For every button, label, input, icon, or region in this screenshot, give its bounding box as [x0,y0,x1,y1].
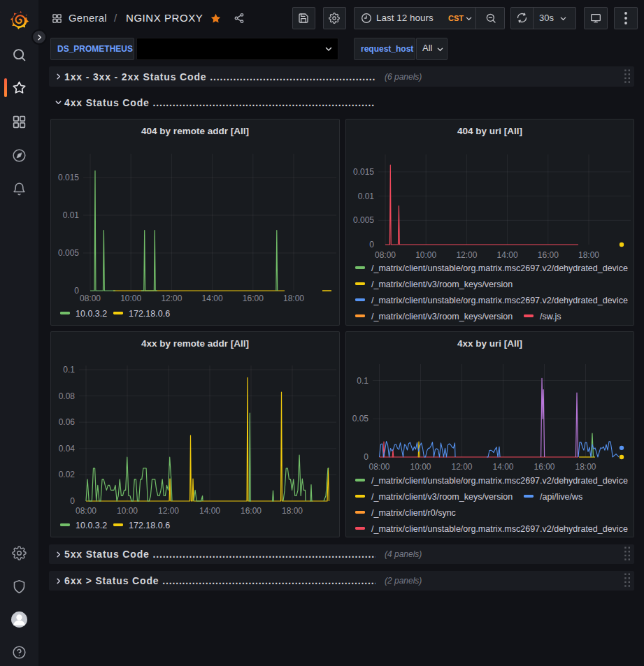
svg-text:10:00: 10:00 [117,506,138,516]
svg-text:16:00: 16:00 [534,462,554,472]
svg-text:/_matrix/client/v3/room_keys/v: /_matrix/client/v3/room_keys/version [371,280,513,289]
svg-text:10:00: 10:00 [415,250,436,260]
svg-text:/_matrix/client/unstable/org.m: /_matrix/client/unstable/org.matrix.msc2… [371,476,628,486]
svg-text:172.18.0.6: 172.18.0.6 [129,309,170,319]
svg-text:0.005: 0.005 [353,215,374,225]
svg-text:/_matrix/client/v3/room_keys/v: /_matrix/client/v3/room_keys/version [371,492,513,502]
svg-text:14:00: 14:00 [202,294,223,303]
svg-text:0.02: 0.02 [59,470,76,479]
svg-text:0.01: 0.01 [358,191,375,201]
svg-text:0.015: 0.015 [353,167,374,177]
svg-text:18:00: 18:00 [578,250,599,260]
svg-text:14:00: 14:00 [199,506,220,516]
svg-text:12:00: 12:00 [158,506,179,516]
svg-text:08:00: 08:00 [80,294,101,303]
svg-text:10:00: 10:00 [410,462,431,472]
svg-text:0.08: 0.08 [59,391,76,401]
svg-text:18:00: 18:00 [283,294,304,303]
svg-text:/_matrix/client/unstable/org.m: /_matrix/client/unstable/org.matrix.msc2… [371,296,628,305]
svg-text:0: 0 [369,240,374,249]
svg-text:/_matrix/client/v3/room_keys/v: /_matrix/client/v3/room_keys/version [371,312,513,321]
svg-text:0: 0 [74,286,79,296]
svg-text:/_matrix/client/unstable/org.m: /_matrix/client/unstable/org.matrix.msc2… [371,263,628,273]
svg-text:0.06: 0.06 [59,417,76,427]
svg-text:08:00: 08:00 [375,250,396,260]
svg-text:/sw.js: /sw.js [540,312,561,321]
svg-text:172.18.0.6: 172.18.0.6 [129,521,170,530]
svg-text:16:00: 16:00 [538,250,559,260]
svg-text:12:00: 12:00 [456,250,477,260]
svg-text:0.005: 0.005 [58,248,79,258]
svg-text:/_matrix/client/r0/sync: /_matrix/client/r0/sync [371,508,456,518]
svg-text:10:00: 10:00 [120,294,141,303]
svg-text:18:00: 18:00 [575,462,596,472]
svg-text:08:00: 08:00 [76,506,96,516]
svg-text:0.04: 0.04 [59,444,76,454]
svg-text:18:00: 18:00 [282,506,303,516]
svg-text:14:00: 14:00 [497,250,518,260]
svg-text:16:00: 16:00 [243,294,264,303]
svg-text:0.01: 0.01 [63,210,80,220]
svg-text:/api/live/ws: /api/live/ws [540,492,582,502]
svg-text:0.05: 0.05 [352,414,369,424]
svg-text:0.1: 0.1 [63,365,75,375]
svg-text:0.1: 0.1 [357,376,368,386]
svg-text:10.0.3.2: 10.0.3.2 [76,309,107,319]
svg-text:14:00: 14:00 [492,462,513,472]
svg-text:0: 0 [364,452,368,462]
svg-text:08:00: 08:00 [368,462,389,472]
svg-text:0: 0 [70,496,75,506]
svg-text:16:00: 16:00 [241,506,262,516]
svg-text:/_matrix/client/unstable/org.m: /_matrix/client/unstable/org.matrix.msc2… [371,524,628,534]
svg-text:12:00: 12:00 [161,294,182,303]
svg-text:10.0.3.2: 10.0.3.2 [76,521,107,530]
svg-text:12:00: 12:00 [451,462,472,472]
svg-text:0.015: 0.015 [58,173,79,182]
